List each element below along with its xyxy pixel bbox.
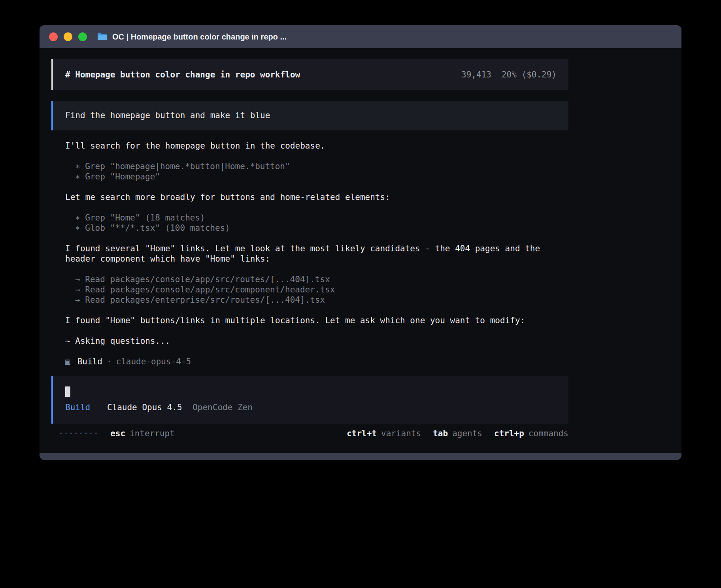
input-model-label[interactable]: Claude Opus 4.5 (107, 403, 182, 412)
terminal-screen: # Homepage button color change in repo w… (40, 48, 681, 453)
hint-agents[interactable]: tab agents (433, 428, 482, 439)
hint-label: agents (452, 428, 482, 439)
tool-call-line: ∗ Grep "homepage|home.*button|Home.*butt… (65, 161, 568, 172)
tool-call-line: → Read packages/console/app/src/componen… (65, 285, 568, 295)
agent-icon: ▣ (65, 356, 70, 367)
agent-name: Build (77, 356, 102, 367)
hint-interrupt[interactable]: esc interrupt (110, 428, 175, 439)
status-bar-right: ctrl+t variants tab agents ctrl+p comman… (347, 428, 568, 439)
input-agent-label[interactable]: Build (65, 403, 90, 412)
user-message-text: Find the homepage button and make it blu… (65, 111, 270, 120)
context-cost: 20% ($0.29) (502, 70, 557, 80)
close-button[interactable] (49, 32, 58, 41)
hint-label: commands (528, 428, 568, 439)
minimize-button[interactable] (64, 32, 72, 41)
hint-variants[interactable]: ctrl+t variants (347, 428, 421, 439)
agent-model: claude-opus-4-5 (116, 356, 191, 367)
session-header: # Homepage button color change in repo w… (51, 59, 568, 90)
assistant-text: Let me search more broadly for buttons a… (65, 192, 568, 202)
prompt-input-line[interactable] (65, 386, 557, 397)
assistant-text: I found several "Home" links. Let me loo… (65, 243, 568, 264)
tool-call-line: ∗ Glob "**/*.tsx" (100 matches) (65, 223, 568, 233)
assistant-text: I found "Home" buttons/links in multiple… (65, 315, 568, 326)
spinner-dots: ········ (59, 428, 98, 439)
prompt-input[interactable]: Build Claude Opus 4.5 OpenCode Zen (51, 376, 568, 424)
folder-icon (97, 33, 107, 41)
tool-call-group: ∗ Grep "homepage|home.*button|Home.*butt… (65, 161, 568, 182)
tool-call-group: ∗ Grep "Home" (18 matches) ∗ Glob "**/*.… (65, 213, 568, 233)
agent-status-line: ▣ Build · claude-opus-4-5 (65, 356, 568, 367)
input-meta: Build Claude Opus 4.5 OpenCode Zen (65, 402, 557, 413)
status-bar-left: ········ esc interrupt (51, 428, 175, 439)
session-stats: 39,413 20% ($0.29) (461, 70, 557, 80)
text-cursor (65, 386, 70, 397)
assistant-text: I'll search for the homepage button in t… (65, 141, 568, 151)
hint-label: interrupt (130, 428, 175, 439)
traffic-lights (49, 32, 87, 41)
input-provider-label: OpenCode Zen (193, 403, 253, 412)
token-count: 39,413 (461, 70, 491, 80)
tool-call-line: → Read packages/console/app/src/routes/[… (65, 274, 568, 285)
terminal-content: # Homepage button color change in repo w… (51, 48, 568, 439)
hint-key: esc (110, 428, 125, 439)
session-title: # Homepage button color change in repo w… (65, 70, 300, 80)
tool-call-line: → Read packages/enterprise/src/routes/[.… (65, 295, 568, 305)
hint-commands[interactable]: ctrl+p commands (494, 428, 568, 439)
window-title: OC | Homepage button color change in rep… (112, 32, 287, 41)
user-message: Find the homepage button and make it blu… (51, 101, 568, 130)
hint-label: variants (381, 428, 421, 439)
status-bar: ········ esc interrupt ctrl+t variants t… (51, 428, 568, 439)
zoom-button[interactable] (78, 32, 87, 41)
assistant-status-text: ~ Asking questions... (65, 336, 568, 346)
hint-key: ctrl+p (494, 428, 524, 439)
window-titlebar[interactable]: OC | Homepage button color change in rep… (40, 25, 681, 48)
hint-key: tab (433, 428, 448, 439)
hint-key: ctrl+t (347, 428, 377, 439)
terminal-window: OC | Homepage button color change in rep… (40, 25, 681, 460)
tool-call-line: ∗ Grep "Home" (18 matches) (65, 213, 568, 223)
tool-call-group: → Read packages/console/app/src/routes/[… (65, 274, 568, 305)
tool-call-line: ∗ Grep "Homepage" (65, 172, 568, 182)
agent-separator: · (107, 356, 112, 367)
conversation: I'll search for the homepage button in t… (51, 141, 568, 367)
